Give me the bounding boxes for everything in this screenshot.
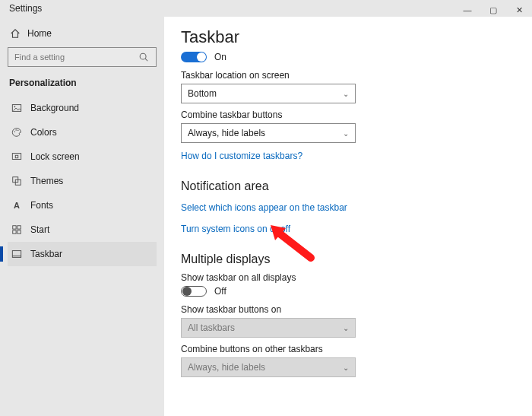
search-box[interactable] — [8, 47, 157, 67]
content-pane: Taskbar On Taskbar location on screen Bo… — [164, 17, 532, 416]
toggle-knob — [182, 287, 192, 296]
location-select[interactable]: Bottom ⌄ — [181, 84, 356, 103]
system-icons-link[interactable]: Turn system icons on or off — [181, 224, 290, 234]
start-icon — [11, 224, 23, 236]
page-title: Taskbar — [181, 27, 515, 47]
sidebar: Home Personalization Background Colors — [0, 17, 164, 416]
window-controls: — ▢ ✕ — [454, 3, 532, 17]
chevron-down-icon: ⌄ — [343, 364, 349, 372]
svg-point-0 — [140, 53, 146, 59]
nav-label: Colors — [30, 127, 57, 138]
category-heading: Personalization — [8, 78, 157, 88]
svg-point-4 — [14, 131, 15, 132]
toggle-off[interactable] — [181, 286, 207, 297]
home-label: Home — [27, 28, 52, 39]
minimize-icon: — — [464, 5, 472, 14]
toggle-row-main: On — [181, 52, 515, 62]
titlebar: Settings — ▢ ✕ — [0, 0, 532, 17]
toggle-on[interactable] — [181, 52, 207, 62]
home-icon — [9, 27, 21, 40]
svg-rect-11 — [13, 226, 16, 229]
combine-select[interactable]: Always, hide labels ⌄ — [181, 123, 356, 143]
show-buttons-on-select: All taskbars ⌄ — [181, 318, 356, 338]
palette-icon — [11, 126, 23, 138]
search-input[interactable] — [14, 52, 128, 62]
location-label: Taskbar location on screen — [181, 70, 515, 81]
toggle-knob — [197, 52, 206, 62]
show-buttons-on-value: All taskbars — [188, 322, 235, 333]
maximize-icon: ▢ — [489, 5, 497, 15]
nav-label: Lock screen — [30, 151, 80, 162]
window-title: Settings — [9, 3, 42, 14]
combine-other-select: Always, hide labels ⌄ — [181, 357, 356, 377]
maximize-button[interactable]: ▢ — [480, 3, 506, 17]
chevron-down-icon: ⌄ — [343, 324, 349, 332]
nav-label: Taskbar — [30, 249, 62, 259]
notification-area-heading: Notification area — [181, 179, 515, 193]
fonts-icon: A — [11, 199, 23, 211]
image-icon — [11, 102, 23, 114]
sidebar-item-taskbar[interactable]: Taskbar — [8, 242, 157, 266]
nav-list: Background Colors Lock screen Themes A F… — [8, 96, 157, 266]
search-icon — [138, 51, 150, 63]
toggle-row-multi: Off — [181, 286, 515, 297]
svg-rect-13 — [13, 230, 16, 233]
svg-rect-14 — [17, 230, 21, 233]
svg-point-3 — [14, 106, 16, 107]
show-all-displays-label: Show taskbar on all displays — [181, 272, 515, 283]
multiple-displays-heading: Multiple displays — [181, 252, 515, 266]
customize-link[interactable]: How do I customize taskbars? — [181, 151, 302, 161]
nav-label: Themes — [30, 176, 63, 186]
combine-other-label: Combine buttons on other taskbars — [181, 344, 515, 354]
select-icons-link[interactable]: Select which icons appear on the taskbar — [181, 202, 347, 213]
nav-label: Start — [30, 224, 49, 235]
sidebar-item-colors[interactable]: Colors — [8, 120, 157, 144]
sidebar-item-start[interactable]: Start — [8, 218, 157, 242]
svg-point-5 — [15, 129, 16, 130]
chevron-down-icon: ⌄ — [343, 129, 349, 138]
sidebar-item-background[interactable]: Background — [8, 96, 157, 120]
sidebar-item-lock-screen[interactable]: Lock screen — [8, 144, 157, 169]
toggle-state-label: Off — [214, 286, 226, 297]
lock-screen-icon — [11, 151, 23, 163]
nav-label: Background — [30, 103, 79, 113]
combine-other-value: Always, hide labels — [188, 362, 265, 373]
chevron-down-icon: ⌄ — [343, 90, 349, 98]
combine-label: Combine taskbar buttons — [181, 110, 515, 120]
svg-rect-8 — [15, 155, 18, 158]
sidebar-item-fonts[interactable]: A Fonts — [8, 193, 157, 218]
location-value: Bottom — [188, 88, 217, 99]
combine-value: Always, hide labels — [188, 128, 265, 138]
close-icon: ✕ — [516, 5, 523, 15]
svg-rect-7 — [12, 154, 21, 160]
minimize-button[interactable]: — — [454, 3, 480, 17]
themes-icon — [11, 175, 23, 187]
home-link[interactable]: Home — [8, 23, 157, 47]
nav-label: Fonts — [30, 200, 53, 211]
toggle-state-label: On — [214, 52, 226, 62]
svg-rect-12 — [17, 226, 21, 229]
close-button[interactable]: ✕ — [506, 3, 532, 17]
taskbar-icon — [11, 248, 23, 260]
svg-line-1 — [145, 59, 147, 61]
svg-point-6 — [17, 130, 18, 131]
show-buttons-on-label: Show taskbar buttons on — [181, 304, 515, 315]
sidebar-item-themes[interactable]: Themes — [8, 169, 157, 193]
